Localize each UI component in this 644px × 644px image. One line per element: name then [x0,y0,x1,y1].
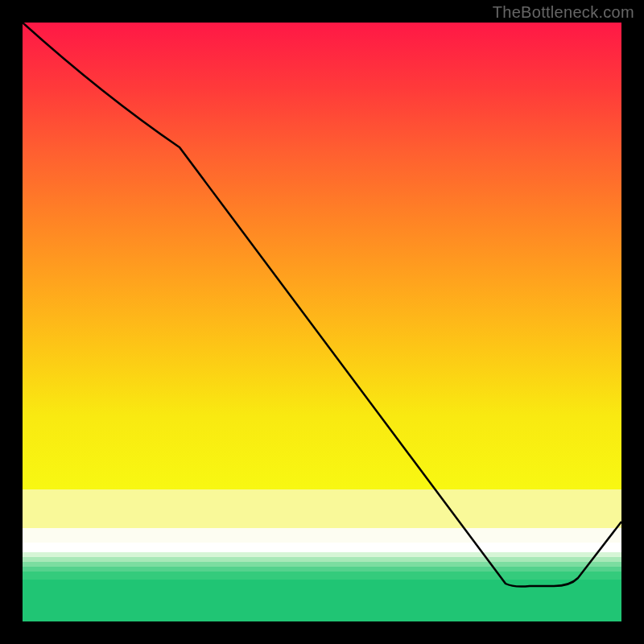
plot-area [23,23,621,621]
bottleneck-curve [23,23,621,587]
chart-line-layer [23,23,621,621]
watermark-text: TheBottleneck.com [493,3,634,22]
